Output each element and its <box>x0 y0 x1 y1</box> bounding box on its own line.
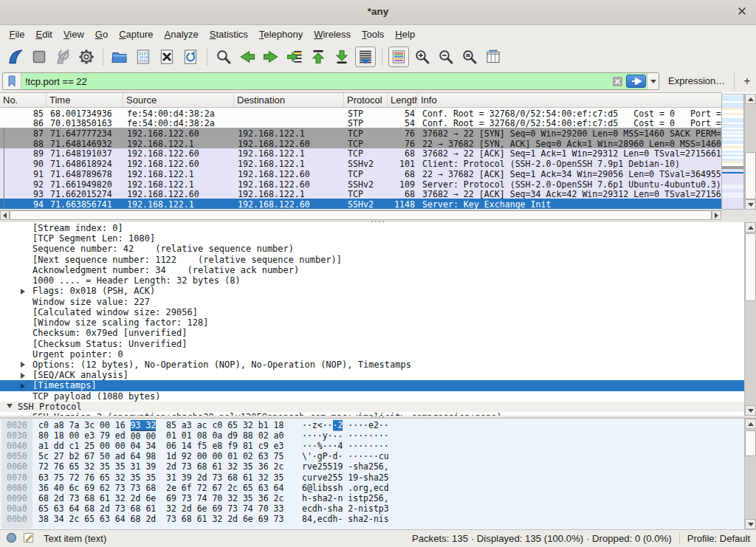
packet-row-91[interactable]: 9171.648789678192.168.122.1192.168.122.6… <box>0 168 722 179</box>
save-file-button[interactable]: 010110100101 <box>133 47 154 67</box>
expander-closed-icon[interactable] <box>21 289 25 295</box>
resize-columns-button[interactable] <box>483 47 504 67</box>
column-header-destination[interactable]: Destination <box>234 93 344 107</box>
hex-row-00a0[interactable]: 00a065 63 64 68 2d 73 68 61 32 2d 6e 69 … <box>0 503 744 514</box>
expression-button[interactable]: Expression… <box>668 75 725 86</box>
menu-tools[interactable]: Tools <box>357 27 390 42</box>
clear-filter-icon[interactable] <box>611 73 624 89</box>
expander-closed-icon[interactable] <box>21 383 25 389</box>
packet-row-92[interactable]: 9271.661949820192.168.122.1192.168.122.6… <box>0 179 722 189</box>
packet-list-vscrollbar[interactable] <box>744 94 756 210</box>
packet-row-94[interactable]: 9471.663856741192.168.122.1192.168.122.6… <box>0 199 722 209</box>
menu-analyze[interactable]: Analyze <box>159 27 204 42</box>
hex-row-0060[interactable]: 006072 76 65 32 35 35 31 39 2d 73 68 61 … <box>0 461 744 472</box>
packet-list-hscroll-thumb[interactable] <box>10 210 712 220</box>
go-last-button[interactable] <box>331 47 352 67</box>
expander-closed-icon[interactable] <box>21 362 25 368</box>
packet-list-hscrollbar[interactable] <box>0 210 721 220</box>
hex-vscrollbar[interactable] <box>744 419 756 529</box>
start-capture-button[interactable] <box>5 47 26 67</box>
go-first-button[interactable] <box>308 47 329 67</box>
zoom-in-button[interactable] <box>412 47 433 67</box>
packet-list-vscroll-thumb[interactable] <box>745 152 756 199</box>
scroll-right-icon[interactable] <box>712 210 721 220</box>
detail-row[interactable]: Flags: 0x018 (PSH, ACK) <box>0 286 744 296</box>
detail-row[interactable]: [Checksum Status: Unverified] <box>0 339 744 349</box>
reload-file-button[interactable] <box>180 47 201 67</box>
scroll-up-icon[interactable] <box>745 419 756 429</box>
scroll-down-icon[interactable] <box>745 199 756 210</box>
detail-row[interactable]: Acknowledgment number: 34 (relative ack … <box>0 265 744 275</box>
go-back-button[interactable] <box>237 47 258 67</box>
hex-row-0090[interactable]: 009068 2d 73 68 61 32 2d 6e 69 73 74 70 … <box>0 493 744 503</box>
details-vscroll-thumb[interactable] <box>745 233 756 301</box>
scroll-down-icon[interactable] <box>745 405 756 416</box>
find-packet-button[interactable] <box>213 47 234 67</box>
zoom-normal-button[interactable] <box>459 47 480 67</box>
add-filter-button[interactable]: + <box>740 72 755 90</box>
hex-row-0040[interactable]: 0040a1 dd c1 25 00 00 04 34 06 14 f5 e8 … <box>0 441 744 451</box>
column-header-length[interactable]: Length <box>388 93 418 107</box>
detail-row[interactable]: TCP payload (1080 bytes) <box>0 391 744 402</box>
detail-row[interactable]: Checksum: 0x79ed [unverified] <box>0 328 744 338</box>
close-icon[interactable] <box>734 4 750 20</box>
menu-help[interactable]: Help <box>390 27 421 42</box>
profile-label[interactable]: Profile: Default <box>687 533 756 544</box>
detail-row[interactable]: 1000 .... = Header Length: 32 bytes (8) <box>0 275 744 286</box>
auto-scroll-button[interactable] <box>355 47 376 67</box>
detail-row[interactable]: [TCP Segment Len: 1080] <box>0 233 744 244</box>
menu-wireless[interactable]: Wireless <box>309 27 357 42</box>
expander-open-icon[interactable] <box>7 404 13 408</box>
detail-row[interactable]: [Stream index: 0] <box>0 223 744 233</box>
scroll-left-icon[interactable] <box>0 210 10 220</box>
open-file-button[interactable] <box>109 47 130 67</box>
menu-statistics[interactable]: Statistics <box>204 27 253 42</box>
packet-list-header[interactable]: No.TimeSourceDestinationProtocolLengthIn… <box>0 92 722 108</box>
hex-row-00b0[interactable]: 00b038 34 2c 65 63 64 68 2d 73 68 61 32 … <box>0 514 744 524</box>
packet-row-90[interactable]: 9071.648618924192.168.122.60192.168.122.… <box>0 159 722 169</box>
hex-row-0080[interactable]: 008036 40 6c 69 62 73 73 68 2e 6f 72 67 … <box>0 483 744 493</box>
detail-row[interactable]: [Window size scaling factor: 128] <box>0 317 744 328</box>
column-header-no[interactable]: No. <box>0 93 47 107</box>
detail-row[interactable]: Sequence number: 42 (relative sequence n… <box>0 244 744 254</box>
column-header-time[interactable]: Time <box>47 93 123 107</box>
packet-row-86[interactable]: 8670.013850163fe:54:00:d4:38:2aSTP54Conf… <box>0 118 722 128</box>
capture-options-button[interactable] <box>76 47 97 67</box>
detail-row[interactable]: Options: (12 bytes), No-Operation (NOP),… <box>0 359 744 370</box>
filter-dropdown-icon[interactable] <box>647 73 659 89</box>
packet-list-minimap[interactable] <box>721 94 744 210</box>
hex-row-0030[interactable]: 003080 18 00 e3 79 ed 00 00 01 01 08 0a … <box>0 430 744 441</box>
packet-row-85[interactable]: 8568.001734936fe:54:00:d4:38:2aSTP54Conf… <box>0 108 722 118</box>
column-header-source[interactable]: Source <box>123 93 234 107</box>
detail-row[interactable]: [Calculated window size: 29056] <box>0 307 744 317</box>
menu-go[interactable]: Go <box>89 27 113 42</box>
detail-row[interactable]: [SEQ/ACK analysis] <box>0 370 744 380</box>
apply-filter-button[interactable] <box>626 75 646 88</box>
expander-closed-icon[interactable] <box>21 373 25 379</box>
menu-file[interactable]: File <box>4 27 30 42</box>
capture-comment-icon[interactable] <box>23 531 35 546</box>
expert-info-icon[interactable] <box>6 532 17 546</box>
column-header-info[interactable]: Info <box>418 93 722 107</box>
title-bar[interactable]: *any <box>0 0 756 25</box>
packet-row-88[interactable]: 8871.648146932192.168.122.1192.168.122.6… <box>0 138 722 148</box>
hex-row-0050[interactable]: 00505c 27 b2 67 50 ad 64 98 1d 92 00 00 … <box>0 451 744 461</box>
hex-row-0020[interactable]: 0020c0 a8 7a 3c 00 16 93 32 85 a3 ac c0 … <box>0 420 744 430</box>
detail-row[interactable]: [Next sequence number: 1122 (relative se… <box>0 255 744 265</box>
go-forward-button[interactable] <box>261 47 281 67</box>
go-to-packet-button[interactable] <box>284 47 305 67</box>
details-vscrollbar[interactable] <box>744 222 756 416</box>
menu-telephony[interactable]: Telephony <box>253 27 308 42</box>
scroll-up-icon[interactable] <box>745 94 756 104</box>
hex-vscroll-thumb[interactable] <box>745 430 756 456</box>
detail-row[interactable]: Urgent pointer: 0 <box>0 349 744 359</box>
detail-row[interactable]: SSH Protocol <box>0 402 744 412</box>
close-file-button[interactable] <box>157 47 177 67</box>
scroll-up-icon[interactable] <box>745 222 756 233</box>
packet-row-87[interactable]: 8771.647777234192.168.122.60192.168.122.… <box>0 128 722 138</box>
menu-capture[interactable]: Capture <box>114 27 159 42</box>
scroll-down-icon[interactable] <box>745 519 756 529</box>
zoom-out-button[interactable] <box>436 47 456 67</box>
restart-capture-button[interactable] <box>52 47 73 67</box>
hex-row-0070[interactable]: 007063 75 72 76 65 32 35 35 31 39 2d 73 … <box>0 472 744 483</box>
